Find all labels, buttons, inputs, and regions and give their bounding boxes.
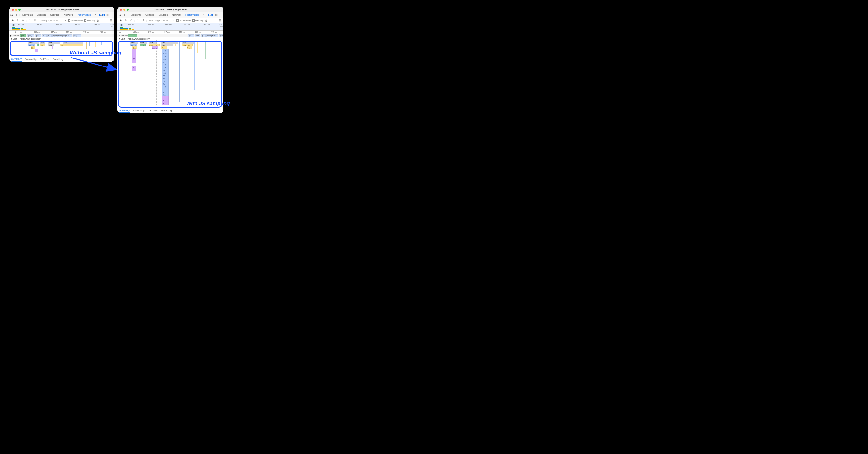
tab-calltree[interactable]: Call Tree: [148, 109, 157, 113]
flame-entry[interactable]: N…: [162, 91, 169, 93]
flame-entry[interactable]: t…r: [162, 96, 169, 99]
clear-icon[interactable]: ⊘: [21, 18, 25, 23]
kebab-icon[interactable]: ⋮: [219, 13, 222, 17]
flame-entry[interactable]: _…a: [162, 60, 169, 63]
screenshots-checkbox[interactable]: [177, 19, 179, 22]
time-ruler[interactable]: ms 197 ms 247 ms 297 ms 347 ms 397 ms 44…: [117, 31, 223, 34]
reload-record-icon[interactable]: ⟳: [124, 18, 128, 23]
flame-entry[interactable]: Bla: [162, 80, 169, 82]
network-request[interactable]: g…: [201, 34, 206, 37]
tab-performance[interactable]: Performance: [184, 13, 201, 17]
record-icon[interactable]: ◉: [10, 18, 15, 23]
timeline-overview[interactable]: ⏸ 497 ms 997 ms 1497 ms 1997 ms 2497 ms …: [117, 23, 223, 31]
timeline-overview[interactable]: ⏸ 497 ms 997 ms 1497 ms 1997 ms 2497 ms …: [9, 23, 114, 31]
flame-entry[interactable]: (…): [162, 55, 169, 58]
gc-icon[interactable]: 🗑: [204, 18, 208, 23]
network-request[interactable]: hpba (www.google.co…: [52, 34, 72, 37]
network-request[interactable]: client: [194, 34, 200, 37]
close-icon[interactable]: [120, 9, 122, 11]
tab-sources[interactable]: Sources: [157, 13, 169, 17]
tab-console[interactable]: Console: [144, 13, 156, 17]
recording-select[interactable]: www.google.com #1▾: [148, 19, 176, 22]
tab-performance[interactable]: Performance: [75, 13, 93, 17]
issues-badge[interactable]: 💬 1: [99, 13, 104, 16]
tab-elements[interactable]: Elements: [21, 13, 34, 17]
flame-entry[interactable]: z…e: [162, 58, 169, 60]
network-request[interactable]: gen_…: [27, 34, 34, 37]
network-request[interactable]: [128, 34, 137, 37]
network-request[interactable]: gen…: [35, 34, 41, 37]
maximize-icon[interactable]: [19, 9, 21, 11]
network-request[interactable]: goo…: [20, 34, 26, 37]
flame-entry[interactable]: (…): [162, 85, 169, 88]
main-thread-header[interactable]: ▼ Main — https://www.google.com/: [117, 37, 223, 40]
tab-bottomup[interactable]: Bottom-Up: [25, 57, 36, 61]
tab-elements[interactable]: Elements: [129, 13, 143, 17]
inspect-icon[interactable]: [10, 13, 13, 17]
network-request[interactable]: gen: [219, 34, 223, 37]
device-toggle-icon[interactable]: [123, 13, 126, 17]
capture-settings-icon[interactable]: [218, 18, 222, 23]
tab-network[interactable]: Network: [170, 13, 183, 17]
flame-entry[interactable]: (…): [162, 72, 169, 74]
memory-checkbox[interactable]: [192, 19, 194, 22]
flame-entry[interactable]: A…: [162, 102, 169, 105]
flame-entry[interactable]: Hla: [162, 77, 169, 80]
tab-sources[interactable]: Sources: [49, 13, 61, 17]
flame-entry[interactable]: vla: [162, 74, 169, 77]
close-icon[interactable]: [12, 9, 14, 11]
flame-entry[interactable]: Kla: [162, 82, 169, 85]
tab-bottomup[interactable]: Bottom-Up: [133, 109, 145, 113]
record-icon[interactable]: ◉: [119, 18, 123, 23]
flame-entry[interactable]: _…: [162, 88, 169, 91]
download-icon[interactable]: ↧: [33, 18, 37, 23]
minimize-icon[interactable]: [15, 9, 17, 11]
more-tabs-icon[interactable]: »: [94, 13, 96, 17]
minimize-icon[interactable]: [123, 9, 125, 11]
flame-entry[interactable]: (…): [162, 63, 169, 66]
recording-select[interactable]: www.google.com #1▾: [40, 19, 67, 22]
flame-entry[interactable]: X…: [162, 93, 169, 96]
gc-icon[interactable]: 🗑: [96, 18, 100, 23]
flame-chart[interactable]: Task Task Task Task Task Pa…L C…t Eval…r…: [117, 40, 223, 108]
maximize-icon[interactable]: [127, 9, 129, 11]
clear-icon[interactable]: ⊘: [129, 18, 133, 23]
gear-icon[interactable]: [106, 13, 109, 17]
main-thread-header[interactable]: ▼ Main — https://www.google.com/: [9, 37, 114, 40]
flame-entry[interactable]: (…): [162, 49, 169, 52]
tab-summary[interactable]: Summary: [119, 108, 130, 113]
tab-eventlog[interactable]: Event Log: [160, 109, 172, 113]
network-request[interactable]: cl…: [42, 34, 46, 37]
network-request[interactable]: gen_2…: [72, 34, 81, 37]
network-request[interactable]: n…: [47, 34, 52, 37]
device-toggle-icon[interactable]: [15, 13, 18, 17]
upload-icon[interactable]: ↥: [136, 18, 140, 23]
network-track[interactable]: ▶Network goo… gen_… gen… cl… n… hpba (ww…: [9, 34, 114, 37]
flame-entry[interactable]: (…): [162, 66, 169, 68]
gear-icon[interactable]: [215, 13, 218, 17]
traffic-lights[interactable]: [120, 9, 129, 11]
tab-console[interactable]: Console: [35, 13, 47, 17]
tab-summary[interactable]: Summary: [11, 57, 22, 61]
flame-entry[interactable]: b…e: [162, 52, 169, 55]
time-ruler[interactable]: 247 ms 297 ms 347 ms 397 ms 447 ms 497 m…: [9, 31, 114, 34]
upload-icon[interactable]: ↥: [28, 18, 32, 23]
reload-record-icon[interactable]: ⟳: [16, 18, 20, 23]
download-icon[interactable]: ↧: [141, 18, 145, 23]
network-track[interactable]: ▶Network gen… client g… hpba (www… gen: [117, 34, 223, 37]
tab-eventlog[interactable]: Event Log: [52, 57, 63, 61]
flame-entry[interactable]: zla: [162, 68, 169, 72]
capture-settings-icon[interactable]: [109, 18, 113, 23]
screenshots-checkbox[interactable]: [68, 19, 70, 22]
more-tabs-icon[interactable]: »: [202, 13, 205, 17]
network-request[interactable]: hpba (www…: [206, 34, 218, 37]
issues-badge[interactable]: 💬 1: [208, 13, 213, 16]
tab-calltree[interactable]: Call Tree: [39, 57, 49, 61]
flame-entry[interactable]: d: [162, 99, 169, 102]
network-request[interactable]: gen…: [188, 34, 194, 37]
memory-checkbox[interactable]: [84, 19, 86, 22]
kebab-icon[interactable]: ⋮: [110, 13, 113, 17]
traffic-lights[interactable]: [12, 9, 21, 11]
tab-network[interactable]: Network: [62, 13, 74, 17]
inspect-icon[interactable]: [119, 13, 122, 17]
